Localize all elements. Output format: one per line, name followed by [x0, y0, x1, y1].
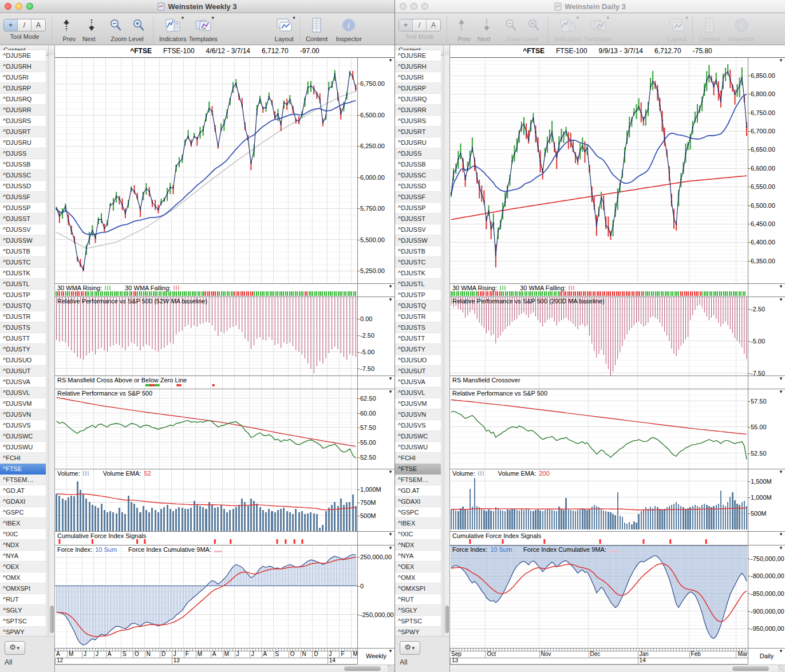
ticker-item[interactable]: ^DJUSTB — [0, 246, 46, 257]
ticker-item[interactable]: ^DJUSRH — [0, 61, 46, 72]
content-button[interactable] — [308, 17, 325, 34]
ticker-item[interactable]: ^DJUSVA — [0, 377, 46, 388]
ticker-item[interactable]: ^DJUSTL — [395, 279, 441, 290]
ticker-item[interactable]: ^OMX — [0, 572, 46, 583]
mansfield-signals[interactable]: RS Mansfield Crossover — [450, 376, 748, 389]
ticker-item[interactable]: ^DJUSTQ — [395, 301, 441, 311]
ticker-item[interactable]: ^DJUSRQ — [395, 94, 441, 105]
hist-axis[interactable]: ▼0.00-2.50-5.00-7.50 — [357, 297, 395, 375]
panel-menu-icon[interactable]: ▼ — [388, 469, 393, 475]
ticker-item[interactable]: ^NYA — [0, 551, 46, 562]
ticker-item[interactable]: ^GDAXI — [0, 496, 46, 507]
ticker-item[interactable]: ^DJUSTB — [395, 246, 441, 257]
ticker-item[interactable]: ^DJUSWU — [0, 442, 46, 453]
tool-crosshair-button[interactable]: + — [4, 19, 18, 31]
ticker-item[interactable]: ^NDX — [395, 540, 441, 551]
ticker-item[interactable]: ^GDAXI — [395, 496, 441, 507]
ticker-item[interactable]: ^DJUSRE — [395, 50, 441, 61]
ticker-item[interactable]: ^RUT — [395, 594, 441, 605]
mansfield-axis[interactable]: ▼ — [357, 376, 395, 389]
panel-menu-icon[interactable]: ▼ — [388, 58, 393, 63]
ticker-item[interactable]: ^SGLY — [0, 605, 46, 616]
ticker-item[interactable]: ^FTSE — [0, 464, 46, 475]
wma-axis[interactable]: ▼ — [357, 284, 395, 297]
resize-grip[interactable] — [388, 665, 394, 671]
zoom-out-icon[interactable] — [107, 17, 124, 34]
ticker-item[interactable]: ^FCHI — [0, 453, 46, 464]
scrollbar-thumb[interactable] — [732, 666, 769, 671]
ticker-item[interactable]: ^DJUSRP — [0, 83, 46, 94]
ticker-item[interactable]: ^NDX — [0, 540, 46, 551]
ticker-item[interactable]: ^DJUSRQ — [0, 94, 46, 105]
wma-axis[interactable]: ▼ — [748, 284, 785, 297]
panel-menu-icon[interactable]: ▼ — [779, 58, 783, 63]
ticker-item[interactable]: ^DJUSST — [0, 214, 46, 224]
ticker-item[interactable]: ^FTSE — [395, 464, 441, 475]
ticker-item[interactable]: ^FCHI — [395, 453, 441, 464]
zoom-out-icon[interactable] — [502, 17, 519, 34]
resize-grip[interactable] — [778, 665, 784, 671]
ticker-item[interactable]: ^DJUSTQ — [0, 301, 46, 311]
ticker-item[interactable]: ^DJUSSW — [395, 235, 441, 246]
ticker-item[interactable]: ^DJUSVS — [395, 420, 441, 431]
ticker-item[interactable]: ^DJUSTT — [0, 333, 46, 344]
price-chart[interactable] — [450, 58, 748, 283]
sidebar-scrollbar[interactable] — [49, 55, 54, 635]
panel-menu-icon[interactable]: ▼ — [779, 469, 783, 475]
wma-strip[interactable]: 30 WMA Rising:30 WMA Falling: — [450, 284, 748, 297]
inspector-button[interactable]: i — [733, 17, 750, 34]
period-selector[interactable]: Daily▼ — [748, 649, 785, 664]
ticker-item[interactable]: ^DJUSS — [0, 148, 46, 159]
relative-performance-hist[interactable]: Relative Performance vs S&P 500 (52W MA … — [55, 297, 357, 375]
ticker-item[interactable]: ^DJUSTC — [395, 257, 441, 268]
ticker-item[interactable]: ^DJUSRU — [0, 137, 46, 148]
time-axis[interactable]: AMJJASONDJFMAMJJASONDJFM 121314 — [55, 649, 357, 665]
zoom-in-icon[interactable] — [525, 17, 542, 34]
force-index-axis[interactable]: ▼250,000,000-250,000,00 — [357, 545, 395, 648]
ticker-item[interactable]: ^DJUSSF — [395, 192, 441, 203]
panel-menu-icon[interactable]: ▼ — [388, 389, 393, 394]
period-selector[interactable]: Weekly▼ — [357, 649, 395, 664]
tool-mode-segmented[interactable]: + / A — [3, 19, 46, 31]
volume-chart[interactable]: Volume:Volume EMA:52 — [55, 469, 357, 531]
panel-menu-icon[interactable]: ▼ — [388, 532, 393, 537]
ticker-item[interactable]: ^DJUSSW — [0, 235, 46, 246]
ticker-item[interactable]: ^OEX — [395, 562, 441, 572]
scrollbar-thumb[interactable] — [445, 606, 449, 633]
templates-button[interactable]: ▼ — [590, 17, 607, 34]
ticker-item[interactable]: ^GSPC — [395, 507, 441, 518]
horizontal-scrollbar[interactable] — [450, 665, 785, 672]
ticker-item[interactable]: ^DJUSTC — [0, 257, 46, 268]
inspector-button[interactable]: i — [340, 17, 357, 34]
force-signals[interactable]: Cumulative Force Index Signals — [450, 532, 748, 545]
titlebar[interactable]: Weinstein Weekly 3 — [0, 0, 395, 13]
ticker-item[interactable]: ^DJUSVM — [0, 398, 46, 409]
close-window-button[interactable] — [400, 3, 407, 10]
ticker-item[interactable]: ^DJUSVN — [0, 409, 46, 420]
ticker-item[interactable]: ^DJUSRT — [0, 127, 46, 137]
wma-strip[interactable]: 30 WMA Rising:30 WMA Falling: — [55, 284, 357, 297]
ticker-item[interactable]: ^DJUSTT — [395, 333, 441, 344]
content-button[interactable] — [701, 17, 718, 34]
layout-button[interactable]: ▼ — [275, 17, 293, 34]
ticker-item[interactable]: ^DJUSSP — [0, 203, 46, 214]
force-index-chart[interactable]: Force Index:10 SumForce Index Cumulative… — [450, 545, 748, 648]
ticker-item[interactable]: ^DJUSRT — [395, 127, 441, 137]
ticker-item[interactable]: ^NYA — [395, 551, 441, 562]
ticker-item[interactable]: ^DJUSUO — [0, 355, 46, 366]
ticker-item[interactable]: ^DJUSUT — [395, 366, 441, 377]
minimize-window-button[interactable] — [411, 3, 417, 10]
ticker-item[interactable]: ^DJUSUT — [0, 366, 46, 377]
gear-button[interactable]: ⚙▼ — [5, 641, 25, 655]
ticker-item[interactable]: ^IBEX — [0, 518, 46, 529]
ticker-item[interactable]: ^DJUSTP — [0, 290, 46, 301]
ticker-item[interactable]: ^DJUSSF — [0, 192, 46, 203]
tool-line-button[interactable]: / — [413, 19, 427, 31]
ticker-item[interactable]: ^DJUSTL — [0, 279, 46, 290]
ticker-item[interactable]: ^DJUSWC — [395, 431, 441, 442]
panel-menu-icon[interactable]: ▼ — [779, 389, 783, 394]
ticker-item[interactable]: ^SPTSC — [0, 616, 46, 627]
ticker-item[interactable]: ^DJUSSP — [395, 203, 441, 214]
gear-button[interactable]: ⚙▼ — [400, 641, 420, 655]
ticker-item[interactable]: ^DJUSVL — [395, 388, 441, 398]
